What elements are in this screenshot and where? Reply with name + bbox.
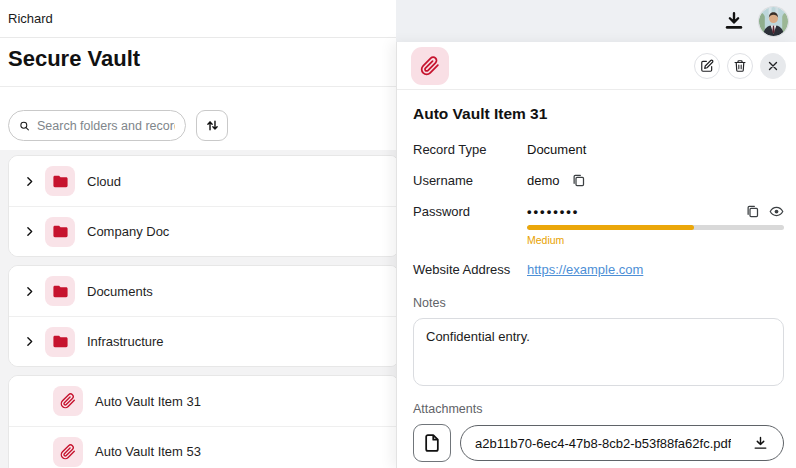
record-type-value: Document: [527, 142, 586, 157]
folder-icon: [45, 276, 75, 306]
edit-icon: [700, 59, 714, 73]
sort-arrows-icon: [204, 117, 221, 134]
copy-icon[interactable]: [745, 204, 760, 219]
folder-row-infrastructure[interactable]: Infrastructure: [9, 316, 396, 366]
search-input[interactable]: [37, 119, 175, 133]
folder-icon: [45, 327, 75, 357]
field-label: Website Address: [413, 262, 527, 277]
website-row: Website Address https://example.com: [413, 262, 784, 277]
attachment-pill[interactable]: a2b11b70-6ec4-47b8-8cb2-b53f88fa62fc.pdf: [460, 425, 784, 461]
folder-label: Documents: [87, 284, 153, 299]
folder-row-cloud[interactable]: Cloud: [9, 156, 396, 206]
field-label: Password: [413, 204, 527, 219]
folder-label: Infrastructure: [87, 334, 164, 349]
download-icon[interactable]: [723, 10, 745, 32]
username-row: Username demo: [413, 173, 784, 188]
folder-list: Cloud Company Doc Documents Infrastructu…: [0, 150, 396, 468]
password-strength-bar: [527, 225, 784, 230]
file-icon: [422, 433, 442, 453]
password-row: Password •••••••• Medium: [413, 204, 784, 246]
detail-header: [397, 42, 796, 90]
detail-actions: [694, 53, 786, 79]
field-label: Username: [413, 173, 527, 188]
search-icon: [19, 119, 30, 133]
notes-value: Confidential entry.: [426, 329, 530, 344]
chevron-right-icon[interactable]: [23, 225, 36, 238]
search-pill[interactable]: [8, 110, 186, 141]
folder-row-company-doc[interactable]: Company Doc: [9, 206, 396, 256]
record-row-item-53[interactable]: Auto Vault Item 53: [9, 426, 396, 468]
trash-icon: [733, 59, 747, 73]
sort-button[interactable]: [196, 110, 228, 141]
folder-label: Cloud: [87, 174, 121, 189]
user-name: Richard: [8, 11, 53, 26]
edit-button[interactable]: [694, 53, 720, 79]
download-icon[interactable]: [752, 435, 769, 452]
close-button[interactable]: [760, 53, 786, 79]
delete-button[interactable]: [727, 53, 753, 79]
record-label: Auto Vault Item 31: [95, 394, 201, 409]
username-value: demo: [527, 173, 560, 188]
divider: [0, 86, 396, 87]
paperclip-icon: [53, 437, 83, 467]
eye-icon[interactable]: [769, 204, 784, 219]
paperclip-icon: [53, 386, 83, 416]
notes-field: Confidential entry.: [413, 318, 784, 386]
attachment-row: a2b11b70-6ec4-47b8-8cb2-b53f88fa62fc.pdf: [413, 424, 784, 462]
record-title: Auto Vault Item 31: [413, 105, 784, 123]
record-card: Auto Vault Item 31 Auto Vault Item 53: [8, 375, 396, 468]
folder-icon: [45, 217, 75, 247]
avatar[interactable]: [759, 7, 788, 36]
folder-label: Company Doc: [87, 224, 169, 239]
attachment-preview-button[interactable]: [413, 424, 451, 462]
close-icon: [766, 59, 780, 73]
page-title: Secure Vault: [8, 46, 140, 72]
password-masked-value: ••••••••: [527, 204, 579, 219]
chevron-right-icon[interactable]: [23, 285, 36, 298]
record-row-item-31[interactable]: Auto Vault Item 31: [9, 376, 396, 426]
copy-icon[interactable]: [571, 173, 586, 188]
attachment-filename: a2b11b70-6ec4-47b8-8cb2-b53f88fa62fc.pdf: [475, 436, 731, 451]
chevron-right-icon[interactable]: [23, 175, 36, 188]
folder-row-documents[interactable]: Documents: [9, 266, 396, 316]
password-strength-fill: [527, 225, 694, 230]
field-label: Record Type: [413, 142, 527, 157]
record-type-badge: [411, 47, 449, 85]
vault-toolbar: [8, 110, 228, 141]
record-detail-panel: Auto Vault Item 31 Record Type Document …: [396, 42, 796, 468]
paperclip-icon: [420, 56, 440, 76]
detail-body: Auto Vault Item 31 Record Type Document …: [397, 105, 796, 462]
record-label: Auto Vault Item 53: [95, 444, 201, 459]
folder-card: Documents Infrastructure: [8, 265, 396, 367]
chevron-right-icon[interactable]: [23, 335, 36, 348]
record-type-row: Record Type Document: [413, 142, 784, 157]
password-strength-label: Medium: [527, 234, 784, 246]
notes-label: Notes: [413, 296, 784, 310]
top-bar-right: [396, 0, 796, 42]
folder-card: Cloud Company Doc: [8, 155, 396, 257]
folder-icon: [45, 166, 75, 196]
attachments-label: Attachments: [413, 402, 784, 416]
website-link[interactable]: https://example.com: [527, 262, 643, 277]
